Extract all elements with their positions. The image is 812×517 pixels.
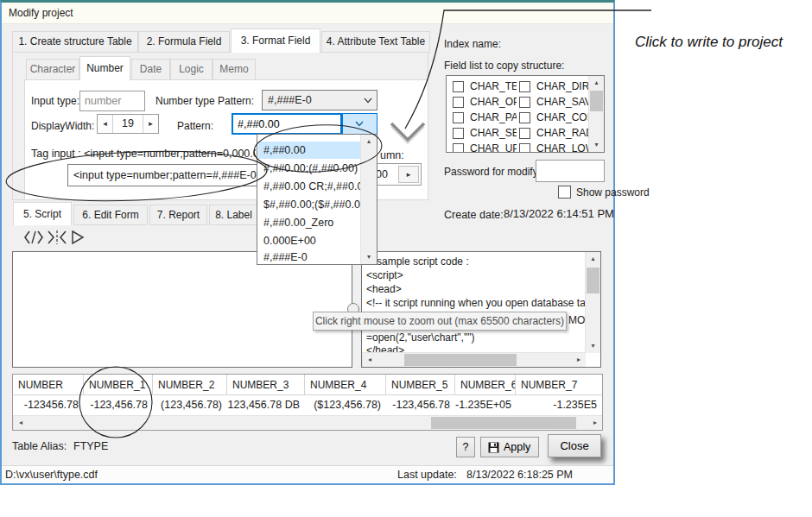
- dropdown-item[interactable]: #,##0.00: [258, 142, 366, 159]
- dropdown-item[interactable]: 0.000E+00: [258, 232, 366, 249]
- script-vertical-scrollbar[interactable]: ▴ ▾: [585, 252, 600, 353]
- checkbox[interactable]: [453, 143, 464, 153]
- last-update-label: Last update:: [397, 469, 457, 481]
- checkbox[interactable]: [519, 97, 530, 108]
- column-header[interactable]: NUMBER_4: [305, 375, 386, 395]
- tab-label[interactable]: 8. Label: [209, 205, 258, 225]
- table-cell[interactable]: 123,456.78 DB: [227, 395, 305, 415]
- script-horizontal-scrollbar[interactable]: ◂ ▸: [362, 352, 586, 367]
- column-header[interactable]: NUMBER_1: [84, 375, 153, 395]
- subtab-logic[interactable]: Logic: [170, 59, 213, 80]
- join-tags-icon[interactable]: [48, 230, 67, 244]
- checkbox[interactable]: [519, 143, 530, 153]
- column-header[interactable]: NUMBER: [13, 375, 84, 395]
- checkbox[interactable]: [453, 81, 464, 92]
- tab-script[interactable]: 5. Script: [13, 202, 72, 225]
- stepper-right-icon[interactable]: ▸: [398, 166, 419, 183]
- script-sample-panel[interactable]: is sample script code : <script> <head> …: [361, 251, 601, 368]
- screen: Modify project 1. Create structure Table…: [0, 0, 812, 517]
- dropdown-item[interactable]: #,##0.00 CR;#,##0.00 D: [258, 178, 366, 195]
- write-to-project-chevron-icon[interactable]: [389, 117, 427, 147]
- stepper-left-icon[interactable]: ◂: [98, 115, 113, 133]
- table-cell[interactable]: (123,456.78): [153, 395, 227, 415]
- scroll-up-icon[interactable]: ▴: [586, 252, 600, 266]
- tab-format-field[interactable]: 3. Format Field: [231, 28, 320, 53]
- scroll-down-icon[interactable]: ▾: [361, 250, 377, 264]
- script-line: <head>: [366, 283, 402, 295]
- number-type-pattern-combobox[interactable]: #,###E-0: [262, 90, 377, 110]
- field-list-scrollbar[interactable]: ▴ ▾: [588, 76, 604, 152]
- table-cell[interactable]: -123,456.78: [386, 395, 455, 415]
- subtab-memo[interactable]: Memo: [213, 59, 256, 80]
- checkbox[interactable]: [519, 112, 530, 123]
- index-name-label: Index name:: [444, 38, 501, 50]
- column-header[interactable]: NUMBER_2: [153, 375, 227, 395]
- stepper-right-icon[interactable]: ▸: [143, 115, 158, 133]
- dropdown-scrollbar[interactable]: ▴ ▾: [360, 135, 377, 264]
- column-header[interactable]: NUMBER_6: [455, 375, 516, 395]
- column-header[interactable]: NUMBER_5: [386, 375, 455, 395]
- dropdown-item[interactable]: #,##0.00;(#,##0.00): [258, 160, 366, 177]
- show-password-checkbox[interactable]: [558, 186, 571, 199]
- checkbox[interactable]: [453, 128, 464, 139]
- script-editor-left[interactable]: [12, 251, 352, 368]
- field-item-label: CHAR_SEL: [470, 127, 517, 139]
- scroll-right-icon[interactable]: ▸: [588, 416, 602, 430]
- field-list-box[interactable]: CHAR_TEX CHAR_DIR CHAR_OPE CHAR_SAV CHAR…: [446, 75, 605, 153]
- tab-attribute-text-table[interactable]: 4. Attribute Text Table: [321, 31, 430, 53]
- dropdown-item[interactable]: $#,##0.00;($#,##0.00): [258, 196, 366, 213]
- column-header[interactable]: NUMBER_3: [227, 375, 305, 395]
- display-width-stepper[interactable]: ◂ 19 ▸: [97, 114, 159, 134]
- chevron-down-icon: [355, 121, 364, 127]
- checkbox[interactable]: [519, 81, 530, 92]
- scroll-down-icon[interactable]: ▾: [586, 339, 600, 353]
- pattern-dropdown-list: #,##0.00 #,##0.00;(#,##0.00) #,##0.00 CR…: [257, 134, 377, 265]
- tab-edit-form[interactable]: 6. Edit Form: [73, 205, 148, 225]
- checkbox[interactable]: [519, 128, 530, 139]
- pattern-field[interactable]: [232, 113, 342, 135]
- last-update-value: 8/13/2022 6:18:25 PM: [466, 469, 573, 481]
- table-cell[interactable]: -123456.78: [13, 395, 84, 415]
- subtab-date[interactable]: Date: [131, 59, 170, 80]
- tab-create-structure-table[interactable]: 1. Create structure Table: [12, 31, 138, 53]
- script-line: =open(2,"user\chart",""): [366, 331, 474, 344]
- code-tag-icon[interactable]: [24, 230, 43, 244]
- title-bar[interactable]: Modify project: [2, 3, 613, 24]
- apply-button[interactable]: Apply: [480, 437, 539, 457]
- field-item-label: CHAR_PAS: [470, 111, 517, 123]
- scroll-left-icon[interactable]: ◂: [363, 353, 377, 367]
- tab-report[interactable]: 7. Report: [149, 205, 207, 225]
- table-cell[interactable]: -1.235E5: [516, 395, 602, 415]
- table-cell[interactable]: ($123,456.78): [305, 395, 386, 415]
- scrollbar-thumb[interactable]: [431, 417, 576, 429]
- field-item-label: CHAR_OPE: [470, 96, 517, 108]
- scroll-up-icon[interactable]: ▴: [361, 135, 377, 148]
- pattern-dropdown-button[interactable]: [342, 113, 377, 135]
- scrollbar-thumb[interactable]: [404, 354, 517, 366]
- tab-formula-field[interactable]: 2. Formula Field: [138, 31, 230, 53]
- checkbox[interactable]: [453, 97, 464, 108]
- scroll-up-icon[interactable]: ▴: [589, 76, 604, 90]
- close-button[interactable]: Close: [548, 434, 601, 457]
- scroll-right-icon[interactable]: ▸: [572, 353, 586, 367]
- checkbox[interactable]: [453, 112, 464, 123]
- show-password-label: Show password: [576, 186, 650, 199]
- table-horizontal-scrollbar[interactable]: ◂ ▸: [13, 415, 602, 430]
- column-header[interactable]: NUMBER_7: [516, 375, 602, 395]
- scrollbar-thumb[interactable]: [587, 268, 599, 293]
- subtab-number[interactable]: Number: [79, 56, 130, 80]
- table-cell[interactable]: -1.235E+05: [455, 395, 516, 415]
- scroll-left-icon[interactable]: ◂: [14, 416, 28, 430]
- dropdown-item[interactable]: #,###E-0: [258, 249, 366, 266]
- table-cell[interactable]: -123,456.78: [84, 395, 153, 415]
- scrollbar-thumb[interactable]: [590, 91, 603, 111]
- field-item-label: CHAR_COI: [536, 111, 588, 123]
- run-script-icon[interactable]: [71, 230, 85, 244]
- input-type-field[interactable]: [79, 91, 145, 111]
- subtab-character[interactable]: Character: [26, 59, 79, 80]
- password-field[interactable]: [536, 160, 605, 182]
- dropdown-item[interactable]: #,##0.00_Zero: [258, 214, 366, 231]
- scroll-down-icon[interactable]: ▾: [589, 138, 604, 152]
- input-type-label: Input type:: [31, 95, 79, 107]
- help-button[interactable]: ?: [456, 437, 475, 457]
